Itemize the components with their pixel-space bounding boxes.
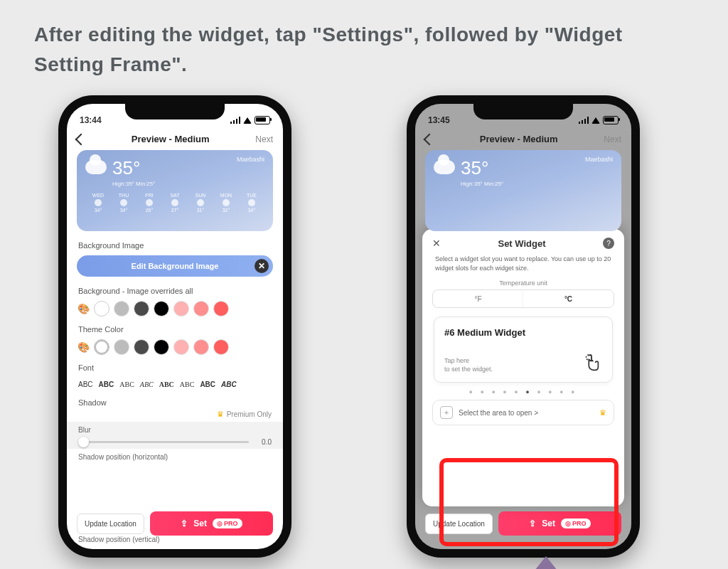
slider-track[interactable] bbox=[78, 441, 249, 443]
slider-thumb[interactable] bbox=[78, 437, 89, 447]
edit-bg-button[interactable]: Edit Background Image ✕ bbox=[77, 255, 273, 277]
palette-icon[interactable]: 🎨 bbox=[77, 341, 90, 353]
label-shadow: Shadow bbox=[78, 398, 107, 407]
swatch[interactable] bbox=[213, 339, 229, 355]
swatch[interactable] bbox=[213, 301, 229, 317]
crown-icon: ♛ bbox=[599, 408, 606, 418]
sheet-description: Select a widget slot you want to replace… bbox=[435, 255, 611, 272]
swatch[interactable] bbox=[94, 301, 109, 317]
set-widget-sheet: ✕ Set Widget ? Select a widget slot you … bbox=[422, 229, 624, 506]
swatch[interactable] bbox=[134, 301, 149, 317]
blur-value: 0.0 bbox=[255, 438, 272, 446]
tap-hand-icon bbox=[581, 352, 602, 373]
font-option[interactable]: ABC bbox=[118, 379, 136, 390]
swatch[interactable] bbox=[193, 301, 209, 317]
set-button[interactable]: ⇪ Set ◎PRO bbox=[150, 511, 273, 536]
notch bbox=[125, 104, 225, 119]
help-icon[interactable]: ? bbox=[603, 238, 614, 249]
font-option[interactable]: ABC bbox=[139, 379, 155, 390]
edit-bg-label: Edit Background Image bbox=[132, 262, 219, 270]
crown-icon: ♛ bbox=[217, 410, 224, 419]
sheet-title: Set Widget bbox=[498, 238, 545, 249]
wifi-icon bbox=[592, 117, 600, 124]
label-font: Font bbox=[67, 361, 283, 375]
cloud-icon bbox=[434, 160, 455, 174]
bottom-bar: Update Location ⇪ Set ◎PRO bbox=[415, 509, 631, 538]
label-bg-image: Background Image bbox=[67, 238, 283, 252]
bg-swatches: 🎨 bbox=[67, 298, 283, 322]
weather-widget-preview: Maebashi 35° High:35° Min:25° WED34° THU… bbox=[77, 150, 273, 231]
premium-label: Premium Only bbox=[227, 410, 272, 418]
status-time: 13:44 bbox=[80, 115, 102, 125]
weather-temp: 35° bbox=[461, 157, 503, 179]
tap-hint: Tap here to set the widget. bbox=[444, 357, 493, 373]
nav-title: Preview - Medium bbox=[132, 134, 210, 144]
update-location-button[interactable]: Update Location bbox=[425, 514, 493, 534]
phone-left: 13:44 Preview - Medium Next Maebashi 35° bbox=[58, 95, 291, 558]
set-label: Set bbox=[542, 519, 555, 528]
font-option[interactable]: ABC bbox=[178, 379, 196, 390]
font-option[interactable]: ABC bbox=[220, 379, 238, 390]
swatch[interactable] bbox=[193, 339, 209, 355]
pro-badge: ◎PRO bbox=[213, 519, 242, 528]
weather-temp: 35° bbox=[112, 157, 155, 179]
swatch[interactable] bbox=[154, 339, 169, 355]
set-button[interactable]: ⇪ Set ◎PRO bbox=[498, 511, 621, 536]
palette-icon[interactable]: 🎨 bbox=[77, 303, 90, 314]
close-icon[interactable]: ✕ bbox=[432, 238, 441, 249]
back-icon[interactable] bbox=[75, 133, 87, 145]
select-area-card[interactable]: ＋ Select the area to open > ♛ bbox=[432, 400, 614, 425]
slot-name: #6 Medium Widget bbox=[444, 327, 602, 338]
status-time: 13:45 bbox=[428, 115, 450, 125]
upload-icon: ⇪ bbox=[181, 519, 188, 528]
signal-icon bbox=[230, 117, 240, 124]
unit-c[interactable]: °C bbox=[523, 290, 614, 307]
swatch[interactable] bbox=[173, 339, 189, 355]
signal-icon bbox=[579, 117, 589, 124]
upload-icon: ⇪ bbox=[529, 519, 536, 528]
font-option[interactable]: ABC bbox=[97, 379, 116, 390]
theme-swatches: 🎨 bbox=[67, 336, 283, 361]
update-location-button[interactable]: Update Location bbox=[77, 514, 144, 534]
swatch-selected[interactable] bbox=[94, 339, 109, 355]
premium-badge: ♛ Premium Only bbox=[67, 410, 283, 419]
wifi-icon bbox=[243, 117, 252, 124]
blur-slider: Blur 0.0 bbox=[67, 422, 283, 449]
back-icon[interactable] bbox=[424, 133, 436, 145]
unit-f[interactable]: °F bbox=[433, 290, 523, 307]
nav-bar: Preview - Medium Next bbox=[415, 129, 631, 150]
status-icons bbox=[579, 116, 619, 124]
plus-icon: ＋ bbox=[440, 406, 453, 419]
weather-location: Maebashi bbox=[585, 156, 613, 163]
notch bbox=[473, 104, 573, 119]
temp-unit-label: Temperature unit bbox=[432, 280, 614, 287]
clear-bg-icon[interactable]: ✕ bbox=[255, 259, 269, 273]
font-option[interactable]: ABC bbox=[77, 379, 95, 390]
bottom-bar: Update Location ⇪ Set ◎PRO bbox=[67, 509, 283, 538]
pro-badge: ◎PRO bbox=[561, 519, 591, 528]
battery-icon bbox=[603, 116, 619, 124]
select-area-label: Select the area to open > bbox=[459, 409, 538, 417]
phone-mockups-area: 13:44 Preview - Medium Next Maebashi 35° bbox=[0, 80, 728, 549]
temp-unit-segment[interactable]: °F °C bbox=[432, 289, 614, 308]
swatch[interactable] bbox=[134, 339, 149, 355]
weather-widget-preview: Maebashi 35° High:35° Min:25° bbox=[425, 150, 621, 231]
swatch[interactable] bbox=[114, 339, 129, 355]
swatch[interactable] bbox=[173, 301, 189, 317]
weather-location: Maebashi bbox=[237, 156, 264, 163]
weather-hilo: High:35° Min:25° bbox=[112, 181, 155, 187]
phone-right: 13:45 Preview - Medium Next Maebashi 35° bbox=[407, 95, 640, 558]
next-button[interactable]: Next bbox=[255, 134, 273, 144]
next-button[interactable]: Next bbox=[604, 134, 621, 144]
cloud-icon bbox=[85, 160, 107, 174]
font-option[interactable]: ABC bbox=[198, 379, 217, 390]
font-option[interactable]: ABC bbox=[158, 379, 176, 390]
label-bg-override: Background - Image overrides all bbox=[67, 284, 283, 298]
swatch[interactable] bbox=[114, 301, 129, 317]
widget-slot-card[interactable]: #6 Medium Widget Tap here to set the wid… bbox=[434, 317, 613, 383]
label-theme: Theme Color bbox=[67, 322, 283, 336]
font-options: ABC ABC ABC ABC ABC ABC ABC ABC bbox=[67, 375, 283, 395]
weather-hilo: High:35° Min:25° bbox=[461, 181, 503, 187]
swatch[interactable] bbox=[154, 301, 169, 317]
battery-icon bbox=[255, 116, 270, 124]
